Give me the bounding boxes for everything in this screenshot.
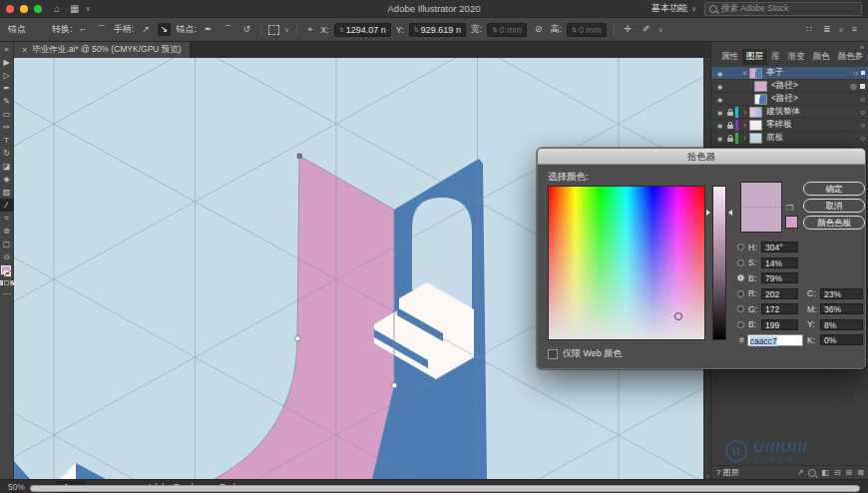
layer-name[interactable]: <路径> (771, 93, 798, 105)
target-double-circle-icon[interactable]: ◎ (850, 82, 857, 91)
c-input[interactable]: 23% (820, 288, 863, 299)
b-input[interactable]: 79% (761, 272, 798, 283)
tab-layers[interactable]: 图层 (742, 49, 767, 65)
window-bottom-scrollbar[interactable] (30, 485, 860, 492)
home-icon[interactable]: ⌂ (54, 4, 60, 14)
reference-point-icon[interactable]: ⌖ (304, 23, 315, 36)
slider-handle-right-icon[interactable] (728, 210, 732, 216)
selection-indicator[interactable] (861, 71, 865, 75)
new-sublayer-icon[interactable]: ⊟ (834, 468, 841, 477)
reverse-path-icon[interactable]: ↺ (239, 23, 253, 36)
eyedropper-tool[interactable]: ∕ (0, 199, 14, 212)
isolate-selection-icon[interactable] (268, 25, 279, 35)
web-colors-checkbox[interactable] (548, 349, 558, 359)
document-tab[interactable]: × 毕业作业.ai* @ 50% (CMYK/GPU 预览) (14, 42, 190, 58)
visibility-eye-icon[interactable]: ◉ (714, 83, 725, 90)
dialog-title-bar[interactable]: 拾色器 (538, 149, 865, 165)
tab-properties[interactable]: 属性 (717, 49, 742, 65)
tab-color-guide[interactable]: 颜色参 (834, 49, 868, 65)
m-input[interactable]: 36% (820, 303, 863, 314)
h-radio[interactable] (737, 244, 744, 250)
width-input[interactable]: ⇅0 mm (487, 23, 527, 37)
eraser-tool[interactable]: ◪ (0, 160, 14, 173)
g-input[interactable]: 172 (761, 303, 798, 314)
layer-name[interactable]: 建筑整体 (766, 106, 800, 118)
lock-icon[interactable] (727, 138, 733, 142)
brightness-slider[interactable] (712, 186, 726, 340)
minimize-window-button[interactable] (20, 5, 28, 13)
s-input[interactable]: 14% (761, 257, 798, 268)
artboard-tool[interactable]: ▢ (0, 238, 14, 250)
r-radio[interactable] (737, 290, 744, 297)
lock-icon[interactable] (727, 125, 733, 129)
target-circle-icon[interactable]: ○ (860, 108, 865, 117)
curvature-tool[interactable]: ✎ (0, 95, 14, 108)
direct-selection-tool[interactable]: ▷ (0, 69, 14, 82)
layer-row-path-2[interactable]: ◉ <路径> ○ (711, 93, 868, 106)
x-input[interactable]: ⇅1294.07 n (334, 23, 391, 37)
lock-icon[interactable] (727, 112, 733, 116)
y-input[interactable]: ⇅929.619 n (409, 23, 466, 37)
control-menu-icon[interactable]: ≡ (849, 23, 860, 36)
s-radio[interactable] (737, 259, 744, 266)
new-layer-icon[interactable]: ⊞ (846, 468, 853, 477)
slider-handle-left-icon[interactable] (706, 210, 710, 216)
transform-icon[interactable]: ✛ (622, 23, 636, 36)
convert-smooth-icon[interactable]: ⌒ (94, 23, 109, 36)
g-radio[interactable] (737, 305, 744, 312)
color-swatches-button[interactable]: 颜色色板 (803, 216, 865, 230)
out-of-web-gamut-icon[interactable]: ❒ (786, 204, 793, 213)
collapsed-chevron-icon[interactable]: › (740, 109, 749, 116)
locate-object-icon[interactable] (808, 469, 816, 477)
r-input[interactable]: 202 (761, 288, 798, 299)
delete-layer-icon[interactable]: ⊠ (857, 468, 864, 477)
symbol-sprayer-tool[interactable]: ⊚ (0, 225, 14, 238)
rotate-tool[interactable]: ↻ (0, 147, 14, 160)
layer-thumbnail[interactable] (749, 68, 762, 79)
rectangle-tool[interactable]: ▭ (0, 108, 14, 121)
visibility-eye-icon[interactable]: ◉ (714, 122, 725, 129)
gamut-color-swatch[interactable] (785, 216, 798, 229)
k-input[interactable]: 0% (820, 334, 863, 345)
layer-row-jianzhu[interactable]: ◉ › 建筑整体 ○ (711, 106, 868, 119)
layer-row-lingsui[interactable]: ◉ › 零碎板 ○ (711, 119, 868, 132)
visibility-eye-icon[interactable]: ◉ (714, 96, 725, 103)
show-handles-icon[interactable]: ↗ (139, 23, 153, 36)
convert-corner-icon[interactable]: ⌐ (78, 23, 89, 36)
tab-libraries[interactable]: 库 (767, 49, 784, 65)
target-circle-icon[interactable]: ○ (860, 121, 865, 130)
height-input[interactable]: ⇅0 mm (567, 23, 607, 37)
layer-row-tingzi[interactable]: ◉ ∨ 亭子 ○ (711, 67, 868, 80)
color-mode-gradient[interactable] (4, 280, 9, 285)
more-tools-icon[interactable]: ⋯ (0, 287, 14, 300)
hex-input[interactable]: caacc7 (747, 334, 803, 346)
zoom-tool[interactable]: ⊙ (0, 250, 14, 263)
remove-anchor-icon[interactable]: ✒ (202, 23, 216, 36)
layer-name[interactable]: 底板 (766, 132, 783, 144)
layer-thumbnail[interactable] (754, 94, 767, 105)
chevron-down-icon[interactable]: ∨ (284, 26, 289, 34)
selection-indicator[interactable] (860, 84, 865, 89)
chevron-down-icon[interactable]: ∨ (658, 26, 663, 34)
shape-mode-icon[interactable]: ✐ (640, 23, 653, 36)
zoom-window-button[interactable] (34, 5, 42, 13)
selection-tool[interactable]: ▶ (0, 56, 14, 69)
fill-stroke-indicator[interactable] (1, 265, 13, 278)
paintbrush-tool[interactable]: ✑ (0, 121, 14, 134)
layer-thumbnail[interactable] (749, 107, 762, 118)
shape-builder-tool[interactable]: ◈ (0, 173, 14, 186)
layer-name[interactable]: 亭子 (766, 67, 783, 79)
target-circle-icon[interactable]: ○ (860, 95, 865, 104)
type-tool[interactable]: T (0, 134, 14, 147)
collect-for-export-icon[interactable]: ↗ (797, 468, 804, 477)
target-circle-icon[interactable]: ○ (853, 69, 858, 78)
layer-thumbnail[interactable] (749, 133, 762, 144)
align-options-icon[interactable]: ≣ (820, 23, 834, 36)
color-field-marker[interactable] (674, 312, 682, 320)
pen-tool[interactable]: ✒ (0, 82, 14, 95)
layer-row-path-1[interactable]: ◉ <路径> ◎ (711, 80, 868, 93)
hide-handles-icon[interactable]: ↘ (158, 23, 172, 36)
expand-chevron-icon[interactable]: ∨ (740, 69, 749, 77)
tab-gradient[interactable]: 渐变 (784, 49, 809, 65)
layer-row-diban[interactable]: ◉ › 底板 ○ (711, 132, 868, 145)
